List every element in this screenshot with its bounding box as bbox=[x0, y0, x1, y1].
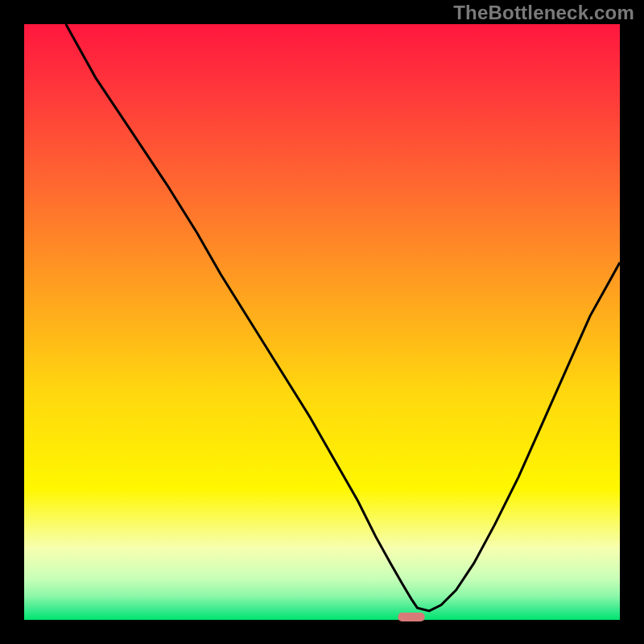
chart-container: TheBottleneck.com bbox=[0, 0, 644, 644]
watermark-text: TheBottleneck.com bbox=[453, 2, 634, 24]
bottleneck-chart bbox=[0, 0, 644, 644]
optimal-marker bbox=[398, 613, 424, 621]
plot-background bbox=[24, 24, 620, 620]
